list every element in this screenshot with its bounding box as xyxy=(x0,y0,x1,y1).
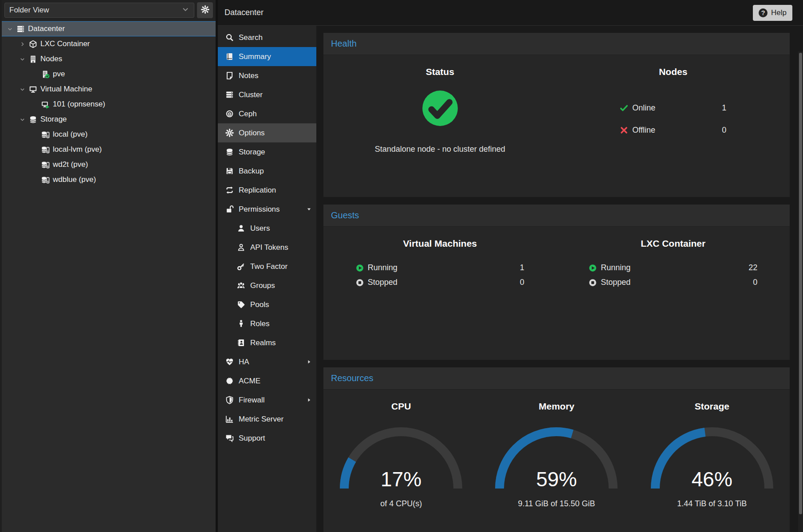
tree-item-label: Nodes xyxy=(40,55,62,63)
nav-item-ha[interactable]: HA xyxy=(218,352,316,371)
nav-item-cluster[interactable]: Cluster xyxy=(218,85,316,104)
tree-item-nodes[interactable]: Nodes xyxy=(2,51,216,67)
ceph-icon xyxy=(225,110,234,118)
view-mode-select[interactable]: Folder View xyxy=(4,3,194,18)
gauge-subtitle: of 4 CPU(s) xyxy=(380,499,422,508)
nav-item-groups[interactable]: Groups xyxy=(218,276,316,295)
gauge-subtitle: 1.44 TiB of 3.10 TiB xyxy=(677,499,747,508)
tree-settings-button[interactable] xyxy=(197,2,213,18)
nav-item-api-tokens[interactable]: API Tokens xyxy=(218,238,316,257)
page-title: Datacenter xyxy=(224,8,264,17)
monitor-icon xyxy=(29,85,37,94)
right-region: Datacenter ? Help SearchSummaryNotesClus… xyxy=(218,0,803,532)
node-status-value: 0 xyxy=(722,126,726,135)
tree-item-101-opnsense[interactable]: 101 (opnsense) xyxy=(2,97,216,112)
nav-item-realms[interactable]: Realms xyxy=(218,333,316,352)
nav-item-ceph[interactable]: Ceph xyxy=(218,104,316,123)
guests-panel: Guests Virtual MachinesRunning1Stopped0L… xyxy=(323,205,790,360)
tree-item-virtual-machine[interactable]: Virtual Machine xyxy=(2,82,216,97)
tree-item-local-lvm-pve[interactable]: local-lvm (pve) xyxy=(2,142,216,157)
nav-item-label: Backup xyxy=(239,167,312,176)
node-status-value: 1 xyxy=(722,103,726,113)
caret-right-icon xyxy=(306,397,312,403)
tree-item-label: LXC Container xyxy=(40,39,90,48)
tree-expander-icon[interactable] xyxy=(19,117,26,122)
nav-item-label: Permissions xyxy=(239,205,301,214)
nav-item-firewall[interactable]: Firewall xyxy=(218,390,316,410)
caret-right-icon xyxy=(306,359,312,365)
nav-item-label: Pools xyxy=(250,300,312,309)
nav-item-options[interactable]: Options xyxy=(218,123,316,142)
resources-panel: Resources CPU 17%of 4 CPU(s)Memory 59%9.… xyxy=(323,367,790,532)
cluster-status-column: Status Standalone node - no cluster defi… xyxy=(323,55,557,197)
nav-item-label: HA xyxy=(239,358,301,366)
nav-item-users[interactable]: Users xyxy=(218,219,316,238)
gauge-title: Memory xyxy=(539,401,575,412)
nav-item-summary[interactable]: Summary xyxy=(218,47,316,66)
node-status-label: Offline xyxy=(632,126,655,135)
building-icon xyxy=(29,55,37,63)
nav-item-storage[interactable]: Storage xyxy=(218,142,316,162)
nav-item-metric-server[interactable]: Metric Server xyxy=(218,410,316,429)
tree-item-storage[interactable]: Storage xyxy=(2,112,216,127)
guest-status-label: Running xyxy=(368,263,398,272)
tree-item-local-pve[interactable]: local (pve) xyxy=(2,127,216,142)
content-scrollbar[interactable] xyxy=(798,51,803,532)
help-button[interactable]: ? Help xyxy=(753,5,792,21)
scrollbar-thumb[interactable] xyxy=(799,53,802,514)
resource-gauge-storage: Storage 46%1.44 TiB of 3.10 TiB xyxy=(634,390,790,532)
tree-item-label: wd2t (pve) xyxy=(53,160,88,169)
nav-item-pools[interactable]: Pools xyxy=(218,295,316,314)
guest-status-row: Stopped0 xyxy=(589,275,757,290)
gauge-percent-value: 17% xyxy=(337,467,465,491)
tree-item-wd2t-pve[interactable]: wd2t (pve) xyxy=(2,157,216,172)
tree-item-wdblue-pve[interactable]: wdblue (pve) xyxy=(2,172,216,187)
address-book-icon xyxy=(236,339,245,347)
nav-item-label: Support xyxy=(239,434,312,443)
guest-status-value: 1 xyxy=(520,263,524,272)
gauge: 17% xyxy=(337,423,465,492)
help-button-label: Help xyxy=(771,8,787,17)
cross-icon xyxy=(620,126,628,134)
person-icon xyxy=(236,319,245,328)
health-panel-header: Health xyxy=(323,33,790,55)
tree-item-label: wdblue (pve) xyxy=(53,175,96,184)
gauge: 59% xyxy=(492,423,621,492)
gauge-title: CPU xyxy=(391,401,411,412)
tree-item-lxc-container[interactable]: LXC Container xyxy=(2,36,216,51)
nav-item-support[interactable]: Support xyxy=(218,429,316,448)
tree-item-pve[interactable]: pve xyxy=(2,67,216,82)
tree-expander-icon[interactable] xyxy=(19,87,26,92)
nav-item-notes[interactable]: Notes xyxy=(218,66,316,85)
database-icon xyxy=(225,148,234,156)
nav-item-replication[interactable]: Replication xyxy=(218,181,316,200)
nav-item-backup[interactable]: Backup xyxy=(218,162,316,181)
tree-expander-icon[interactable] xyxy=(6,26,13,32)
stop-circle-icon xyxy=(589,279,597,287)
nav-item-search[interactable]: Search xyxy=(218,28,316,47)
guest-rows: Running22Stopped0 xyxy=(589,260,757,290)
tree-item-label: 101 (opnsense) xyxy=(53,100,105,109)
guest-status-label: Stopped xyxy=(601,278,630,287)
tree-expander-icon[interactable] xyxy=(19,56,26,62)
key-icon xyxy=(236,262,245,271)
cube-icon xyxy=(29,40,37,48)
nav-item-two-factor[interactable]: Two Factor xyxy=(218,257,316,276)
guests-panel-header: Guests xyxy=(323,205,790,227)
resource-gauge-memory: Memory 59%9.11 GiB of 15.50 GiB xyxy=(479,390,634,532)
nav-item-label: Notes xyxy=(239,71,312,80)
nav-item-label: Replication xyxy=(239,186,312,195)
database-drive-icon xyxy=(41,176,50,184)
nav-item-acme[interactable]: ACME xyxy=(218,371,316,390)
status-message: Standalone node - no cluster defined xyxy=(375,145,505,154)
nav-item-permissions[interactable]: Permissions xyxy=(218,200,316,219)
seal-icon xyxy=(225,377,234,385)
guests-column-lxc-container: LXC ContainerRunning22Stopped0 xyxy=(557,227,790,360)
nav-item-roles[interactable]: Roles xyxy=(218,314,316,333)
tree-item-datacenter[interactable]: Datacenter xyxy=(2,21,216,36)
tree-expander-icon[interactable] xyxy=(19,41,26,47)
note-icon xyxy=(225,71,234,80)
tree-item-label: pve xyxy=(53,70,65,79)
nav-item-label: API Tokens xyxy=(250,243,312,252)
gauge-percent-value: 46% xyxy=(648,467,776,491)
